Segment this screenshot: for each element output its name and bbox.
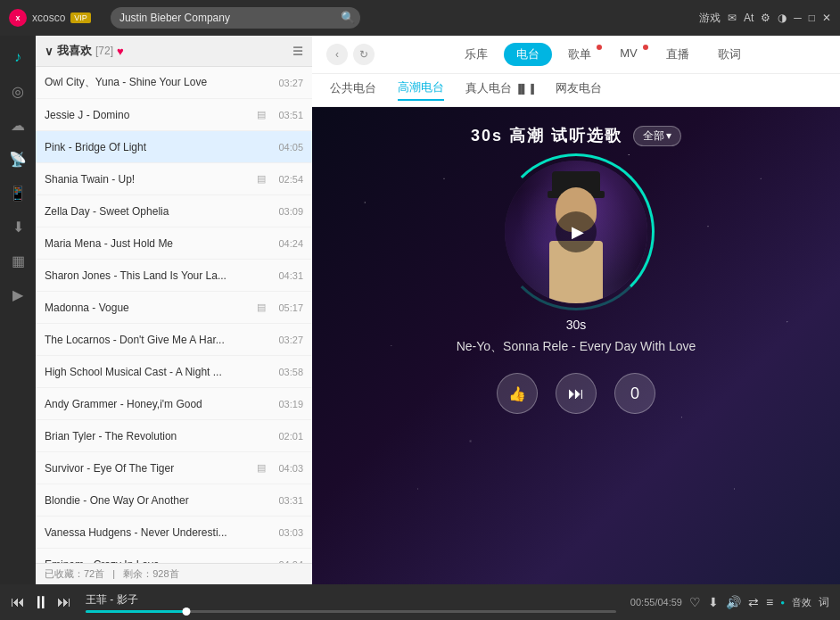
all-button[interactable]: 全部 ▾ (633, 126, 681, 146)
collected-label: 已收藏：72首 (45, 568, 104, 579)
chevron-down-icon: ▾ (666, 129, 671, 142)
time-current: 00:55 (630, 597, 655, 608)
song-duration: 03:31 (271, 495, 303, 506)
player-bar: ⏮ ⏸ ⏭ 王菲 - 影子 00:55/04:59 ♡ ⬇ 🔊 ⇄ ≡ ● 音效… (0, 584, 840, 620)
station-controls: 👍 ⏭ 0 (497, 373, 655, 414)
list-item[interactable]: Owl City、Yuna - Shine Your Love 03:27 (36, 67, 312, 99)
list-item[interactable]: Zella Day - Sweet Ophelia 03:09 (36, 195, 312, 227)
now-playing-title: 王菲 - 影子 (86, 592, 616, 608)
nav-back-btn[interactable]: ‹ (326, 44, 348, 65)
list-item[interactable]: Madonna - Vogue ▤ 05:17 (36, 292, 312, 324)
list-item[interactable]: Survivor - Eye Of The Tiger ▤ 04:03 (36, 452, 312, 484)
list-item[interactable]: Pink - Bridge Of Light 04:05 (36, 131, 312, 163)
pause-button[interactable]: ⏸ (32, 592, 50, 613)
list-item[interactable]: Jessie J - Domino ▤ 03:51 (36, 99, 312, 131)
content-area: ‹ ↻ 乐库 电台 歌单 MV 直播 歌词 公共电台 高潮电台 真人电台 ▐▌▐… (312, 36, 840, 584)
song-name: Andy Grammer - Honey,i'm Good (45, 398, 271, 410)
tab-playlist[interactable]: 歌单 (556, 43, 604, 66)
tab-lyrics[interactable]: 歌词 (705, 43, 754, 66)
progress-dot (183, 608, 191, 616)
queue-button[interactable]: ≡ (766, 595, 773, 609)
song-name: Brian Tyler - The Revolution (45, 430, 271, 442)
sub-tab-highnote[interactable]: 高潮电台 (398, 79, 444, 101)
search-bar: 🔍 (111, 7, 360, 29)
heart-button[interactable]: ♡ (689, 595, 701, 609)
song-name: Maria Mena - Just Hold Me (45, 237, 271, 250)
album-container: ▶ (505, 161, 647, 303)
playlist-expand-icon[interactable]: ∨ (45, 45, 54, 58)
sidebar-item-music[interactable]: ♪ (4, 43, 32, 71)
sidebar-item-cloud[interactable]: ☁ (4, 111, 32, 139)
remaining-label: 剩余：928首 (123, 568, 178, 579)
play-overlay-button[interactable]: ▶ (556, 211, 597, 252)
song-duration: 04:05 (271, 142, 303, 153)
sound-effect-button[interactable]: 音效 (792, 596, 811, 609)
playlist-panel: ∨ 我喜欢 [72] ♥ ☰ Owl City、Yuna - Shine You… (36, 36, 312, 584)
sidebar-item-video[interactable]: ▶ (4, 280, 32, 309)
search-input[interactable] (111, 7, 360, 29)
nav-bar: ‹ ↻ 乐库 电台 歌单 MV 直播 歌词 (312, 36, 840, 74)
count-display: 0 (614, 373, 655, 414)
titlebar-right: 游戏 ✉ At ⚙ ◑ ─ □ ✕ (699, 11, 831, 26)
lyrics-button[interactable]: 词 (819, 595, 829, 610)
next-song-button[interactable]: ⏭ (556, 373, 597, 414)
station-title-row: 30s 高潮 试听选歌 全部 ▾ (471, 125, 681, 146)
sub-tab-public[interactable]: 公共电台 (330, 80, 376, 100)
station-song-name: Ne-Yo、Sonna Rele - Every Day With Love (457, 339, 696, 355)
playlist-footer: 已收藏：72首 | 剩余：928首 (36, 563, 312, 584)
list-item[interactable]: The Locarnos - Don't Give Me A Har... 03… (36, 324, 312, 356)
at-label[interactable]: At (744, 12, 754, 24)
list-item[interactable]: Blondie - One Way Or Another 03:31 (36, 484, 312, 517)
sub-tab-live[interactable]: 真人电台 ▐▌▐ (465, 80, 534, 100)
sidebar-item-discover[interactable]: ◎ (4, 77, 32, 105)
sidebar-item-phone[interactable]: 📱 (4, 178, 32, 207)
song-duration: 03:27 (271, 335, 303, 345)
list-item[interactable]: Andy Grammer - Honey,i'm Good 03:19 (36, 388, 312, 420)
skin-icon[interactable]: ◑ (778, 12, 786, 24)
maximize-btn[interactable]: □ (809, 12, 815, 24)
list-item[interactable]: Sharon Jones - This Land Is Your La... 0… (36, 260, 312, 292)
song-duration: 03:27 (271, 78, 303, 88)
tab-station[interactable]: 电台 (504, 43, 552, 66)
tab-live[interactable]: 直播 (654, 43, 702, 66)
time-total: 04:59 (657, 597, 682, 608)
song-name: Vanessa Hudgens - Never Underesti... (45, 526, 271, 539)
progress-bar[interactable] (86, 610, 616, 613)
player-right-controls: ♡ ⬇ 🔊 ⇄ ≡ ● 音效 词 (689, 595, 829, 610)
volume-dot: ● (780, 599, 785, 607)
tab-library[interactable]: 乐库 (452, 43, 500, 66)
play-icon: ▶ (572, 222, 584, 242)
sub-tab-user[interactable]: 网友电台 (556, 80, 602, 100)
list-item[interactable]: High School Musical Cast - A Night ... 0… (36, 356, 312, 388)
playlist-menu-icon[interactable]: ☰ (292, 45, 303, 58)
download-button[interactable]: ⬇ (708, 595, 719, 609)
song-duration: 04:24 (271, 238, 303, 249)
sidebar-item-apps[interactable]: ▦ (4, 246, 32, 275)
like-button[interactable]: 👍 (497, 373, 538, 414)
settings-icon[interactable]: ⚙ (761, 12, 770, 24)
nav-refresh-btn[interactable]: ↻ (353, 44, 375, 65)
song-name: Shania Twain - Up! (45, 173, 251, 186)
tab-mv[interactable]: MV (607, 43, 650, 66)
next-button[interactable]: ⏭ (57, 594, 71, 610)
mv-icon: ▤ (257, 462, 266, 474)
list-item[interactable]: Brian Tyler - The Revolution 02:01 (36, 420, 312, 452)
mail-icon[interactable]: ✉ (728, 12, 737, 24)
vip-badge: VIP (70, 12, 91, 23)
sidebar-item-download[interactable]: ⬇ (4, 212, 32, 241)
song-duration: 03:03 (271, 527, 303, 538)
search-icon[interactable]: 🔍 (341, 11, 355, 24)
prev-button[interactable]: ⏮ (11, 594, 25, 610)
playlist-heart-icon[interactable]: ♥ (117, 45, 124, 58)
list-item[interactable]: Shania Twain - Up! ▤ 02:54 (36, 163, 312, 195)
games-label[interactable]: 游戏 (699, 11, 721, 26)
close-btn[interactable]: ✕ (822, 12, 831, 24)
list-item[interactable]: Maria Mena - Just Hold Me 04:24 (36, 227, 312, 260)
repeat-button[interactable]: ⇄ (748, 595, 759, 609)
minimize-btn[interactable]: ─ (794, 12, 802, 24)
sidebar-item-radio[interactable]: 📡 (4, 145, 32, 173)
list-item[interactable]: Eminem - Crazy In Love 04:04 (36, 549, 312, 563)
list-item[interactable]: Vanessa Hudgens - Never Underesti... 03:… (36, 517, 312, 549)
song-name: Jessie J - Domino (45, 109, 251, 121)
volume-button[interactable]: 🔊 (726, 595, 741, 609)
